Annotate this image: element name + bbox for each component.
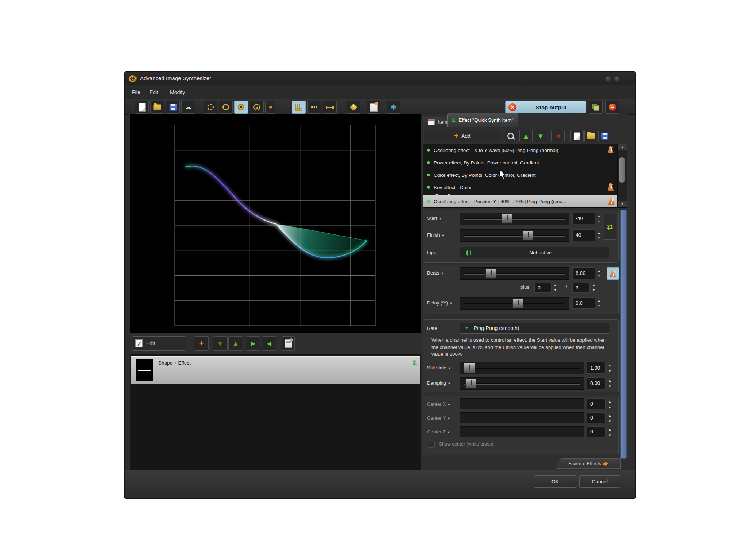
center-x-slider[interactable] [460,398,584,409]
move-up-button[interactable]: ▲ [228,336,243,351]
blacklist-button[interactable]: − [605,101,619,114]
add-track-button[interactable]: + [194,336,209,351]
move-down-button[interactable]: ▼ [213,336,228,351]
divisor-spinner[interactable]: ▲▼ [591,283,597,293]
list-lines-button[interactable]: ≡ [265,101,275,114]
enabled-dot-icon[interactable] [427,200,430,203]
still-state-value[interactable]: 1.00 [587,362,606,374]
center-y-label[interactable]: Center Y▼ [427,415,450,421]
dots-button[interactable]: ••• [307,101,321,114]
grid-button[interactable] [292,101,306,114]
effect-move-down-button[interactable]: ▼ [534,130,547,142]
center-y-slider[interactable] [460,412,584,423]
menu-modify[interactable]: Modify [168,89,187,96]
delay-slider[interactable] [460,297,569,310]
metronome-icon[interactable] [607,146,614,153]
stop-output-button[interactable]: ✕ Stop output [505,101,586,113]
move-left-button[interactable]: ◄ [262,336,276,351]
tab-effect[interactable]: Σ Effect "Quick Synth Item" [447,113,518,127]
tag-button[interactable] [347,101,360,114]
filled-circle-button[interactable] [234,101,248,114]
center-z-value[interactable]: 0 [587,426,606,437]
circle-outline-button[interactable] [219,101,233,114]
save-button[interactable] [166,101,180,114]
input-status-box[interactable]: Not active [460,247,609,258]
finish-value[interactable]: 40 [572,229,595,241]
center-z-slider[interactable] [460,426,584,437]
center-z-label[interactable]: Center Z▼ [427,429,450,435]
delay-slider-thumb[interactable] [512,298,523,308]
title-bar[interactable]: Advanced Image Synthesizer [125,72,635,86]
start-spinner[interactable]: ▲▼ [596,213,602,224]
finish-spinner[interactable]: ▲▼ [596,230,602,241]
window-control-1[interactable] [605,76,611,82]
still-state-slider-thumb[interactable] [464,363,475,373]
still-state-label[interactable]: Still state▼ [427,365,451,370]
track-list[interactable]: Shape + Effect Σ [130,354,421,470]
ok-button[interactable]: OK [534,475,576,488]
start-slider[interactable] [460,213,569,225]
finish-slider-thumb[interactable] [522,230,533,241]
delay-spinner[interactable]: ▲▼ [596,298,602,309]
center-x-value[interactable]: 0 [587,398,606,409]
beats-value[interactable]: 8.00 [572,267,595,279]
beats-slider[interactable] [460,267,569,280]
metronome-icon[interactable] [608,197,615,205]
scroll-down-icon[interactable]: ▼ [618,201,627,207]
effect-row-4[interactable]: Key effect - Color [423,181,616,194]
show-center-checkbox[interactable] [428,441,435,448]
effect-row-1[interactable]: Oscillating effect - X to Y wave [50%] P… [423,144,616,156]
add-effect-button[interactable]: + Add [423,130,501,142]
center-x-spinner[interactable]: ▲▼ [607,399,613,410]
snowflake-button[interactable]: ❄ [387,101,400,114]
search-effect-button[interactable] [504,130,517,142]
effect-row-2[interactable]: Power effect, By Points, Power control, … [423,156,616,169]
start-label[interactable]: Start▼ [427,215,442,221]
damping-spinner[interactable]: ▲▼ [607,378,613,389]
damping-value[interactable]: 0.00 [587,377,606,389]
still-state-spinner[interactable]: ▲▼ [607,363,613,374]
open-button[interactable] [150,101,164,114]
finish-label[interactable]: Finish▼ [427,232,445,238]
s-circle-button[interactable]: S [250,101,264,114]
plus-spinner[interactable]: ▲▼ [552,283,558,293]
center-y-value[interactable]: 0 [587,412,606,423]
paste-image-button[interactable] [282,336,295,351]
enabled-dot-icon[interactable] [427,186,430,189]
edit-button[interactable]: Edit... [132,336,186,351]
cloud-button[interactable]: ☁ [181,101,195,114]
center-z-spinner[interactable]: ▲▼ [607,427,613,438]
beats-metronome-button[interactable] [607,267,619,280]
effect-row-3[interactable]: Color effect, By Points, Color Control, … [423,169,616,181]
effect-list[interactable]: Oscillating effect - X to Y wave [50%] P… [423,144,627,208]
swap-start-finish-button[interactable]: ⇄ [604,214,616,240]
move-right-button[interactable]: ► [246,336,260,351]
still-state-slider[interactable] [460,362,584,374]
finish-slider[interactable] [460,229,569,242]
damping-slider[interactable] [460,377,584,390]
effect-list-scrollbar[interactable]: ▲ ▼ [617,144,627,207]
effect-row-5-selected[interactable]: Oscillating effect - Position Y [-40%...… [423,195,617,207]
panel-scrollbar[interactable] [620,210,627,459]
favorite-effects-tab[interactable]: Favorite Effects [556,458,621,469]
enabled-dot-icon[interactable] [427,161,430,164]
beats-label[interactable]: Beats▼ [427,270,444,276]
scroll-thumb[interactable] [619,157,625,183]
cancel-button[interactable]: Cancel [579,475,620,488]
layers-button[interactable] [589,101,603,114]
new-document-button[interactable] [135,101,149,114]
enabled-dot-icon[interactable] [427,174,430,176]
laser-preview[interactable] [130,114,421,332]
effect-move-up-button[interactable]: ▲ [519,130,533,142]
start-value[interactable]: -40 [572,213,595,224]
delay-label[interactable]: Delay (%)▼ [427,300,453,306]
image-clipboard-button[interactable] [367,101,380,114]
beats-slider-thumb[interactable] [485,268,496,279]
rate-dropdown[interactable]: ▼ Ping-Pong (smooth) [460,323,609,334]
dashed-circle-button[interactable] [204,101,217,114]
scroll-up-icon[interactable]: ▲ [618,144,627,150]
beats-spinner[interactable]: ▲▼ [596,268,602,279]
track-row[interactable]: Shape + Effect Σ [131,356,420,384]
delete-effect-button[interactable]: × [551,130,565,142]
start-slider-thumb[interactable] [502,214,512,224]
